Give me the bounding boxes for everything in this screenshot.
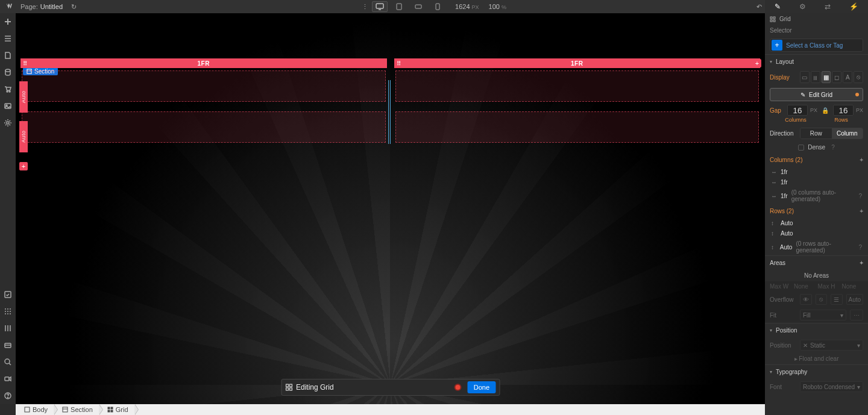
column-gap-indicator[interactable] <box>388 80 391 144</box>
done-button[interactable]: Done <box>468 381 495 393</box>
column-auto-item[interactable]: ↔1fr (0 columns auto-generated)? <box>765 187 868 204</box>
grid-cell[interactable] <box>22 70 386 102</box>
max-width-row[interactable]: Max WNoneMax HNone <box>765 281 868 292</box>
close-icon[interactable]: ✕ <box>803 342 808 349</box>
grip-icon[interactable]: ⠿ <box>397 60 401 67</box>
grip-icon[interactable]: ⠿ <box>23 60 28 67</box>
position-section-head[interactable]: ▾Position <box>765 323 868 337</box>
search-button[interactable] <box>0 354 16 370</box>
element-breadcrumb[interactable]: Grid <box>765 13 868 25</box>
canvas[interactable]: Section ⠿1FR ⠿1FR + Auto Auto + <box>16 13 765 404</box>
grid-cell[interactable] <box>22 111 386 143</box>
drag-handle-icon[interactable]: ↕ <box>771 220 777 226</box>
display-row: Display ▭ ⫼ ▦ ◻ A ⦸ <box>765 69 868 86</box>
zoom-value[interactable]: 100% <box>489 3 506 10</box>
display-inline-button[interactable]: A <box>843 71 852 83</box>
row-item-1[interactable]: ↕Auto <box>765 218 868 228</box>
layout-section-head[interactable]: ▾Layout <box>765 54 868 69</box>
overflow-scroll-button[interactable]: ☰ <box>831 294 843 305</box>
direction-row-button[interactable]: Row <box>800 128 832 139</box>
add-column-button[interactable]: + <box>753 59 761 67</box>
page-name[interactable]: Untitled <box>40 3 63 10</box>
selector-input[interactable]: + Select a Class or Tag <box>770 39 863 52</box>
gap-rows-input[interactable] <box>833 105 854 116</box>
areas-head[interactable]: Areas+ <box>765 255 868 270</box>
interactions-tab-icon[interactable]: ⇄ <box>825 2 831 11</box>
grid-cell[interactable] <box>395 111 760 143</box>
cms-button[interactable] <box>0 64 16 81</box>
display-flex-button[interactable]: ⫼ <box>811 71 820 83</box>
ecommerce-button[interactable] <box>0 81 16 98</box>
more-vertical-icon[interactable]: ⋮ <box>362 3 368 11</box>
breadcrumb-section[interactable]: Section <box>54 404 99 415</box>
row-item-2[interactable]: ↕Auto <box>765 228 868 239</box>
column-item-1[interactable]: ↔1fr <box>765 167 868 177</box>
breakpoint-tablet-button[interactable] <box>391 1 407 12</box>
display-none-button[interactable]: ⦸ <box>854 71 863 83</box>
breadcrumb-grid[interactable]: Grid <box>99 404 134 415</box>
assets-button[interactable] <box>0 98 16 114</box>
row-auto-item[interactable]: ↕Auto (0 rows auto-generated)? <box>765 239 868 255</box>
edit-grid-button[interactable]: ✎ Edit Grid <box>770 88 863 101</box>
audits-button[interactable] <box>0 286 16 303</box>
breakpoint-landscape-button[interactable] <box>410 1 426 12</box>
add-area-icon[interactable]: + <box>860 260 863 266</box>
drag-handle-icon[interactable]: ↔ <box>771 179 777 186</box>
drag-handle-icon[interactable]: ↕ <box>771 244 776 251</box>
svg-rect-29 <box>289 384 292 387</box>
overflow-hidden-button[interactable]: ⦸ <box>816 294 828 305</box>
rows-list-head[interactable]: Rows (2)+ <box>765 204 868 218</box>
settings-tab-icon[interactable]: ⚙ <box>799 2 806 11</box>
dense-row[interactable]: Dense ? <box>765 142 868 153</box>
add-column-icon[interactable]: + <box>860 157 863 163</box>
settings-button[interactable] <box>0 114 16 131</box>
typography-section-head[interactable]: ▾Typography <box>765 364 868 379</box>
position-select[interactable]: ✕Static▾ <box>800 340 863 351</box>
help-icon[interactable]: ? <box>831 144 835 151</box>
gap-columns-input[interactable] <box>787 105 808 116</box>
help-icon[interactable]: ? <box>858 193 862 199</box>
lock-icon[interactable]: 🔒 <box>820 107 831 114</box>
add-class-icon[interactable]: + <box>772 40 782 51</box>
breakpoint-desktop-button[interactable] <box>372 1 388 12</box>
navigator-button[interactable] <box>0 30 16 47</box>
display-inline-block-button[interactable]: ◻ <box>832 71 841 83</box>
display-block-button[interactable]: ▭ <box>800 71 810 83</box>
direction-column-button[interactable]: Column <box>832 128 863 139</box>
grid-cell[interactable] <box>395 70 760 102</box>
breadcrumb-body[interactable]: Body <box>16 404 54 415</box>
style-tab-icon[interactable]: ✎ <box>775 2 781 11</box>
drag-handle-icon[interactable]: ↕ <box>771 230 777 237</box>
font-select[interactable]: Roboto Condensed▾ <box>800 381 863 392</box>
column-header-1[interactable]: ⠿1FR <box>20 58 387 68</box>
overflow-visible-button[interactable]: 👁 <box>800 294 812 305</box>
guides-button[interactable] <box>0 320 16 337</box>
fit-more-button[interactable]: ⋯ <box>850 310 863 320</box>
column-header-2[interactable]: ⠿1FR <box>394 58 761 68</box>
add-row-icon[interactable]: + <box>860 208 863 214</box>
help-icon[interactable]: ? <box>858 244 862 251</box>
columns-list-head[interactable]: Columns (2)+ <box>765 153 868 167</box>
breakpoint-mobile-button[interactable] <box>430 1 445 12</box>
svg-rect-5 <box>5 21 11 22</box>
reload-icon[interactable]: ↻ <box>71 3 77 11</box>
backup-button[interactable] <box>0 337 16 354</box>
float-clear-toggle[interactable]: ▸ Float and clear <box>765 353 868 364</box>
add-row-button[interactable]: + <box>19 162 28 170</box>
webflow-logo-icon[interactable] <box>5 1 16 12</box>
column-item-2[interactable]: ↔1fr <box>765 177 868 187</box>
drag-handle-icon[interactable]: ↔ <box>771 193 777 199</box>
video-button[interactable] <box>0 370 16 387</box>
help-button[interactable] <box>0 387 16 404</box>
drag-handle-icon[interactable]: ↔ <box>771 169 777 175</box>
fit-select[interactable]: Fill▾ <box>800 310 846 320</box>
dense-checkbox[interactable] <box>798 145 804 151</box>
grid-overlay-button[interactable] <box>0 303 16 320</box>
overflow-auto-button[interactable]: Auto <box>846 294 863 305</box>
pages-button[interactable] <box>0 47 16 64</box>
canvas-width-value[interactable]: 1624PX <box>455 3 479 10</box>
effects-tab-icon[interactable]: ⚡ <box>849 2 858 11</box>
undo-icon[interactable]: ↶ <box>756 3 762 11</box>
add-element-button[interactable] <box>0 13 16 30</box>
display-grid-button[interactable]: ▦ <box>822 71 831 83</box>
